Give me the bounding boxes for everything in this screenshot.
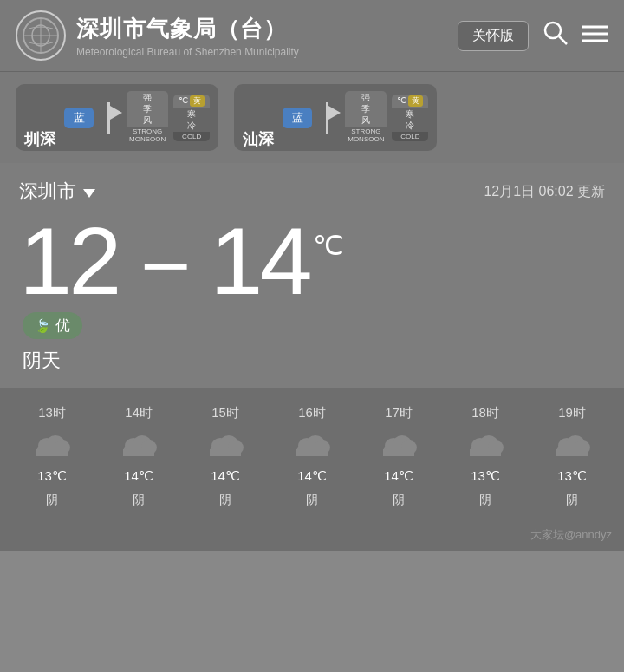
hourly-section: 13时 13℃阴14时 14℃阴15时 14℃阴16时 14℃阴17时 bbox=[0, 388, 624, 522]
svg-rect-43 bbox=[556, 449, 588, 456]
hour-cond: 阴 bbox=[566, 493, 578, 508]
alert-cold-1: ℃ 黄 寒冷 COLD bbox=[173, 95, 210, 141]
hour-item: 16时 14℃阴 bbox=[269, 405, 355, 508]
hour-temp: 13℃ bbox=[471, 468, 500, 484]
watermark: 大家坛@anndyz bbox=[0, 522, 624, 551]
hour-item: 13时 13℃阴 bbox=[9, 405, 95, 508]
header-text: 深圳市气象局（台） Meteorological Bureau of Shenz… bbox=[76, 14, 458, 58]
city-selector[interactable]: 深圳市 bbox=[19, 179, 95, 205]
aqi-row: 🍃 优 bbox=[23, 312, 605, 339]
aqi-label: 优 bbox=[55, 316, 70, 336]
hour-label: 15时 bbox=[211, 405, 239, 421]
hour-cond: 阴 bbox=[306, 493, 318, 508]
hour-label: 16时 bbox=[298, 405, 326, 421]
leaf-icon: 🍃 bbox=[35, 318, 51, 334]
hour-cond: 阴 bbox=[46, 493, 58, 508]
hour-temp: 14℃ bbox=[297, 468, 327, 484]
alerts-section: 深圳 蓝 强季风 STRONGMONSOON ℃ 黄 寒冷 COLD bbox=[0, 72, 624, 163]
svg-rect-28 bbox=[296, 449, 328, 456]
alert-level-blue-2: 蓝 bbox=[283, 108, 312, 128]
care-mode-button[interactable]: 关怀版 bbox=[458, 21, 529, 51]
hour-label: 13时 bbox=[38, 405, 66, 421]
svg-rect-13 bbox=[36, 449, 68, 456]
logo bbox=[16, 10, 66, 61]
alert-level-blue-1: 蓝 bbox=[64, 108, 94, 128]
menu-icon[interactable] bbox=[582, 22, 608, 49]
hour-item: 18时 13℃阴 bbox=[442, 405, 529, 508]
header: 深圳市气象局（台） Meteorological Bureau of Shenz… bbox=[0, 0, 624, 72]
hour-label: 19时 bbox=[558, 405, 586, 421]
header-actions: 关怀版 bbox=[458, 20, 608, 52]
update-time: 12月1日 06:02 更新 bbox=[484, 183, 605, 201]
hour-temp: 14℃ bbox=[124, 468, 153, 484]
svg-rect-38 bbox=[470, 449, 501, 456]
cloud-icon bbox=[33, 430, 71, 460]
org-title: 深圳市气象局（台） bbox=[76, 14, 458, 44]
hour-item: 14时 14℃阴 bbox=[95, 405, 182, 508]
hour-label: 18时 bbox=[471, 405, 499, 421]
temp-unit: ℃ bbox=[313, 229, 344, 262]
hour-cond: 阴 bbox=[219, 493, 231, 508]
logo-icon bbox=[22, 16, 60, 55]
alert-monsoon-2: 强季风 STRONGMONSOON bbox=[345, 91, 387, 144]
cloud-icon bbox=[553, 430, 591, 460]
svg-rect-33 bbox=[383, 449, 414, 456]
alert-card-shenzhen[interactable]: 深圳 蓝 强季风 STRONGMONSOON ℃ 黄 寒冷 COLD bbox=[16, 84, 218, 151]
hour-item: 19时 13℃阴 bbox=[529, 405, 615, 508]
alert-flag-icon-1 bbox=[101, 102, 120, 134]
hour-item: 17时 14℃阴 bbox=[355, 405, 442, 508]
cloud-icon bbox=[120, 430, 158, 460]
chevron-down-icon bbox=[83, 189, 95, 198]
hour-temp: 14℃ bbox=[384, 468, 413, 484]
alert-monsoon-1: 强季风 STRONGMONSOON bbox=[127, 91, 168, 144]
hour-temp: 14℃ bbox=[211, 468, 240, 484]
cloud-icon bbox=[380, 430, 418, 460]
city-name: 深圳市 bbox=[19, 179, 76, 205]
search-icon[interactable] bbox=[543, 20, 569, 52]
org-subtitle: Meteorological Bureau of Shenzhen Munici… bbox=[76, 46, 458, 58]
alert-cold-2: ℃ 黄 寒冷 COLD bbox=[392, 95, 428, 141]
hour-temp: 13℃ bbox=[37, 468, 67, 484]
svg-rect-23 bbox=[210, 449, 241, 456]
svg-point-4 bbox=[545, 23, 561, 38]
svg-rect-18 bbox=[123, 449, 154, 456]
cloud-icon bbox=[293, 430, 331, 460]
hour-cond: 阴 bbox=[393, 493, 405, 508]
hour-cond: 阴 bbox=[479, 493, 491, 508]
temp-display: 12－14 ℃ bbox=[19, 213, 605, 309]
aqi-badge: 🍃 优 bbox=[23, 312, 82, 339]
hour-label: 14时 bbox=[125, 405, 153, 421]
main-weather: 深圳市 12月1日 06:02 更新 12－14 ℃ 🍃 优 阴天 13时 13… bbox=[0, 163, 624, 522]
svg-line-5 bbox=[559, 36, 567, 44]
hour-cond: 阴 bbox=[133, 493, 145, 508]
weather-condition: 阴天 bbox=[23, 348, 605, 374]
hourly-grid: 13时 13℃阴14时 14℃阴15时 14℃阴16时 14℃阴17时 bbox=[9, 405, 615, 508]
cloud-icon bbox=[466, 430, 504, 460]
cloud-icon bbox=[206, 430, 244, 460]
hour-item: 15时 14℃阴 bbox=[182, 405, 269, 508]
hour-label: 17时 bbox=[385, 405, 413, 421]
temperature-range: 12－14 bbox=[19, 213, 309, 309]
hour-temp: 13℃ bbox=[557, 468, 587, 484]
alert-flag-icon-2 bbox=[319, 102, 338, 134]
watermark-text: 大家坛@anndyz bbox=[530, 528, 612, 541]
alert-card-shenshan[interactable]: 深汕 蓝 强季风 STRONGMONSOON ℃ 黄 寒冷 COLD bbox=[234, 84, 437, 151]
city-row: 深圳市 12月1日 06:02 更新 bbox=[19, 179, 605, 205]
